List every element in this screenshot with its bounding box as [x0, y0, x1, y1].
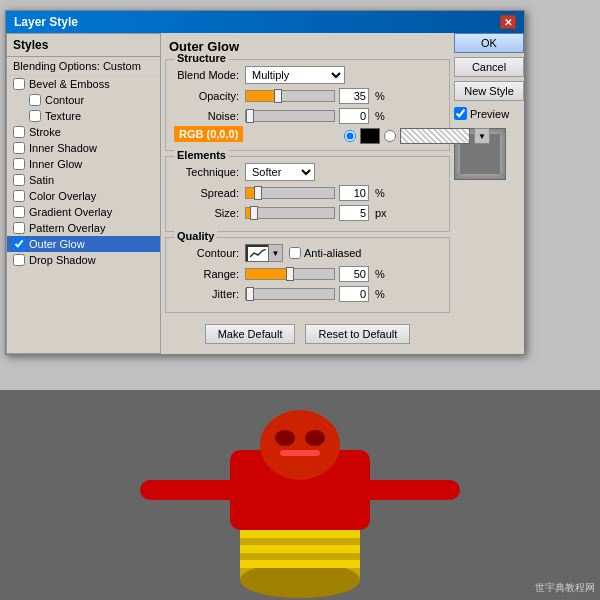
new-style-button[interactable]: New Style — [454, 81, 524, 101]
layer-style-dialog: Layer Style ✕ Styles Blending Options: C… — [5, 10, 525, 355]
rgb-tooltip: RGB (0,0,0) — [174, 126, 243, 142]
svg-point-10 — [260, 410, 340, 480]
style-item-bevel[interactable]: Bevel & Emboss — [7, 76, 160, 92]
close-button[interactable]: ✕ — [500, 15, 516, 29]
noise-row: Noise: % — [174, 108, 441, 124]
dialog-titlebar: Layer Style ✕ — [6, 11, 524, 33]
blending-options[interactable]: Blending Options: Custom — [7, 57, 160, 76]
contour-swatch-inner — [248, 247, 268, 261]
structure-section: Structure Blend Mode: Multiply Normal Sc… — [165, 59, 450, 151]
size-unit: px — [375, 207, 387, 219]
outer-glow-checkbox[interactable] — [13, 238, 25, 250]
quality-label: Quality — [174, 230, 217, 242]
color-swatch[interactable] — [360, 128, 380, 144]
svg-rect-5 — [240, 545, 360, 553]
watermark: 世宇典教程网 — [535, 581, 595, 595]
technique-select[interactable]: Softer Precise — [245, 163, 315, 181]
preview-checkbox[interactable] — [454, 107, 467, 120]
spread-unit: % — [375, 187, 385, 199]
preview-label: Preview — [470, 108, 509, 120]
elements-label: Elements — [174, 149, 229, 161]
size-slider[interactable] — [245, 207, 335, 219]
svg-rect-7 — [140, 480, 240, 500]
preview-container: Preview — [454, 107, 524, 120]
contour-swatch[interactable] — [245, 244, 269, 262]
reset-to-default-button[interactable]: Reset to Default — [305, 324, 410, 344]
color-overlay-checkbox[interactable] — [13, 190, 25, 202]
style-item-drop-shadow[interactable]: Drop Shadow — [7, 252, 160, 268]
blend-mode-select[interactable]: Multiply Normal Screen Overlay — [245, 66, 345, 84]
gradient-radio[interactable] — [384, 130, 396, 142]
range-unit: % — [375, 268, 385, 280]
style-item-color-overlay[interactable]: Color Overlay — [7, 188, 160, 204]
style-item-gradient-overlay[interactable]: Gradient Overlay — [7, 204, 160, 220]
bevel-checkbox[interactable] — [13, 78, 25, 90]
noise-slider[interactable] — [245, 110, 335, 122]
style-item-inner-shadow[interactable]: Inner Shadow — [7, 140, 160, 156]
opacity-slider[interactable] — [245, 90, 335, 102]
styles-panel: Styles Blending Options: Custom Bevel & … — [6, 33, 161, 354]
solid-color-radio[interactable] — [344, 130, 356, 142]
svg-rect-6 — [240, 560, 360, 568]
range-slider-container: % — [245, 266, 385, 282]
gradient-dropdown-arrow[interactable]: ▼ — [474, 128, 490, 144]
contour-checkbox[interactable] — [29, 94, 41, 106]
inner-glow-label: Inner Glow — [29, 158, 82, 170]
range-slider[interactable] — [245, 268, 335, 280]
anti-aliased-checkbox[interactable] — [289, 247, 301, 259]
style-item-stroke[interactable]: Stroke — [7, 124, 160, 140]
outer-glow-label: Outer Glow — [29, 238, 85, 250]
opacity-unit: % — [375, 90, 385, 102]
opacity-slider-container: % — [245, 88, 385, 104]
spread-value-input[interactable] — [339, 185, 369, 201]
cancel-button[interactable]: Cancel — [454, 57, 524, 77]
gradient-swatch[interactable] — [400, 128, 470, 144]
technique-label: Technique: — [174, 166, 239, 178]
color-row: RGB (0,0,0) ▼ — [174, 128, 441, 144]
inner-shadow-checkbox[interactable] — [13, 142, 25, 154]
style-item-contour[interactable]: Contour — [7, 92, 160, 108]
jitter-label: Jitter: — [174, 288, 239, 300]
size-value-input[interactable] — [339, 205, 369, 221]
satin-checkbox[interactable] — [13, 174, 25, 186]
svg-point-11 — [275, 430, 295, 446]
jitter-value-input[interactable] — [339, 286, 369, 302]
style-item-pattern-overlay[interactable]: Pattern Overlay — [7, 220, 160, 236]
jitter-row: Jitter: % — [174, 286, 441, 302]
opacity-value-input[interactable] — [339, 88, 369, 104]
style-item-satin[interactable]: Satin — [7, 172, 160, 188]
background-scene — [0, 390, 600, 600]
style-item-outer-glow[interactable]: Outer Glow — [7, 236, 160, 252]
contour-dropdown-button[interactable]: ▼ — [269, 244, 283, 262]
stroke-checkbox[interactable] — [13, 126, 25, 138]
size-row: Size: px — [174, 205, 441, 221]
jitter-slider[interactable] — [245, 288, 335, 300]
drop-shadow-checkbox[interactable] — [13, 254, 25, 266]
blend-mode-row: Blend Mode: Multiply Normal Screen Overl… — [174, 66, 441, 84]
elements-section: Elements Technique: Softer Precise Sprea… — [165, 156, 450, 232]
inner-glow-checkbox[interactable] — [13, 158, 25, 170]
spread-slider[interactable] — [245, 187, 335, 199]
bevel-label: Bevel & Emboss — [29, 78, 110, 90]
style-item-texture[interactable]: Texture — [7, 108, 160, 124]
quality-section: Quality Contour: ▼ — [165, 237, 450, 313]
noise-value-input[interactable] — [339, 108, 369, 124]
range-value-input[interactable] — [339, 266, 369, 282]
style-item-inner-glow[interactable]: Inner Glow — [7, 156, 160, 172]
pattern-overlay-checkbox[interactable] — [13, 222, 25, 234]
pattern-overlay-label: Pattern Overlay — [29, 222, 105, 234]
structure-label: Structure — [174, 52, 229, 64]
satin-label: Satin — [29, 174, 54, 186]
contour-label: Contour: — [174, 247, 239, 259]
technique-row: Technique: Softer Precise — [174, 163, 441, 181]
side-buttons-panel: OK Cancel New Style Preview — [454, 33, 524, 354]
texture-checkbox[interactable] — [29, 110, 41, 122]
ok-button[interactable]: OK — [454, 33, 524, 53]
make-default-button[interactable]: Make Default — [205, 324, 296, 344]
dialog-content: Styles Blending Options: Custom Bevel & … — [6, 33, 524, 354]
contour-dropdown: ▼ — [245, 244, 283, 262]
gradient-overlay-checkbox[interactable] — [13, 206, 25, 218]
spread-label: Spread: — [174, 187, 239, 199]
noise-unit: % — [375, 110, 385, 122]
size-slider-container: px — [245, 205, 387, 221]
